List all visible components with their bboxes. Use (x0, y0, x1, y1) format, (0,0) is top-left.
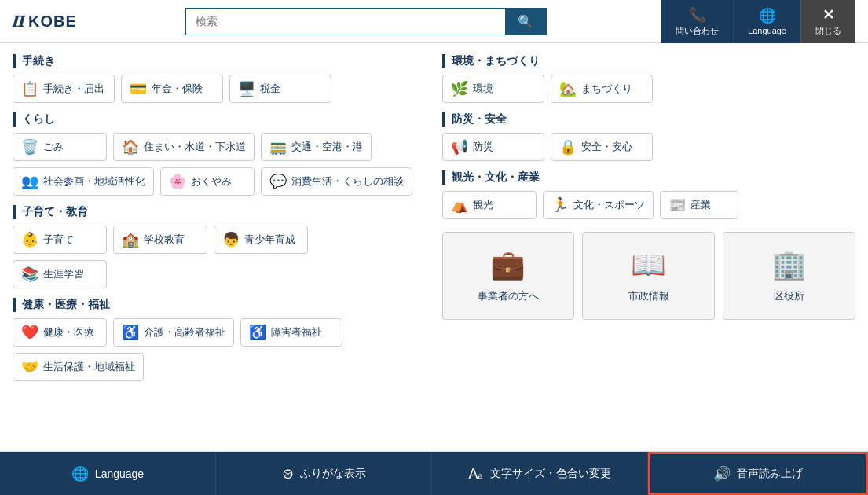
footer-fontsize-label: 文字サイズ・色合い変更 (490, 467, 611, 481)
list-item[interactable]: 👥 社会参画・地域活性化 (13, 167, 154, 196)
list-item[interactable]: 🏫 学校教育 (113, 226, 207, 254)
language-icon: 🌐 (759, 7, 776, 24)
footer-language-label: Language (95, 468, 144, 480)
section-kurashi: くらし 🗑️ ごみ 🏠 住まい・水道・下水道 🚃 交通・空港・港 👥 (13, 112, 427, 196)
list-item[interactable]: 🤝 生活保護・地域福祉 (13, 353, 144, 381)
kotsu-icon: 🚃 (269, 138, 287, 156)
list-item[interactable]: 🚃 交通・空港・港 (261, 133, 372, 161)
list-item[interactable]: 👶 子育て (13, 226, 107, 254)
footer-fontsize-button[interactable]: Aₐ 文字サイズ・色合い変更 (432, 452, 648, 495)
sangyo-label: 産業 (690, 198, 711, 212)
kurashi-row2: 👥 社会参画・地域活性化 🌸 おくやみ 💬 消費生活・くらしの相談 (13, 167, 427, 196)
list-item[interactable]: 🖥️ 税金 (229, 75, 331, 103)
header: 𝜫 KOBE 🔍 📞 問い合わせ 🌐 Language ✕ 閉じる (0, 0, 868, 43)
section-title-tetsuzuki: 手続き (13, 54, 427, 68)
kuyakusho-button[interactable]: 🏢 区役所 (723, 232, 855, 320)
section-title-kosodate: 子育て・教育 (13, 205, 427, 219)
section-title-kankyo: 環境・まちづくり (442, 54, 856, 68)
shogaisha-label: 障害者福祉 (271, 325, 322, 339)
search-button[interactable]: 🔍 (505, 9, 546, 35)
anzen-icon: 🔒 (559, 138, 577, 156)
kosodate-row1: 👶 子育て 🏫 学校教育 👦 青少年育成 (13, 226, 427, 254)
list-item[interactable]: 📚 生涯学習 (13, 260, 107, 288)
shakai-label: 社会参画・地域活性化 (43, 174, 145, 189)
list-item[interactable]: 💬 消費生活・くらしの相談 (261, 167, 412, 196)
list-item[interactable]: ⛺ 観光 (442, 191, 537, 219)
kenko-row1: ❤️ 健康・医療 ♿ 介護・高齢者福祉 ♿ 障害者福祉 (13, 318, 427, 346)
list-item[interactable]: ♿ 介護・高齢者福祉 (113, 318, 234, 346)
footer-audio-button[interactable]: 🔊 音声読み上げ (648, 452, 868, 495)
shohi-label: 消費生活・くらしの相談 (291, 174, 404, 189)
kankyo-icon: 🌿 (451, 80, 468, 97)
seikatsu-icon: 🤝 (21, 358, 38, 376)
shogai-label: 生涯学習 (43, 267, 84, 281)
kankyo-items: 🌿 環境 🏡 まちづくり (442, 75, 856, 103)
shakai-icon: 👥 (21, 173, 38, 190)
close-action[interactable]: ✕ 閉じる (800, 0, 855, 43)
kaigo-label: 介護・高齢者福祉 (144, 325, 225, 339)
jigyosha-label: 事業者の方へ (478, 289, 539, 303)
gakko-icon: 🏫 (122, 231, 139, 248)
footer-furigana-label: ふりがな表示 (300, 467, 366, 481)
footer-audio-icon: 🔊 (713, 465, 731, 482)
list-item[interactable]: 💳 年金・保険 (121, 75, 223, 103)
section-title-bousai: 防災・安全 (442, 112, 856, 126)
section-title-kurashi: くらし (13, 112, 427, 126)
footer-audio-label: 音声読み上げ (737, 467, 803, 481)
machi-icon: 🏡 (559, 80, 577, 97)
list-item[interactable]: 🌸 おくやみ (160, 167, 255, 196)
gakko-label: 学校教育 (144, 233, 185, 247)
list-item[interactable]: ❤️ 健康・医療 (13, 318, 107, 346)
anzen-label: 安全・安心 (581, 140, 632, 154)
list-item[interactable]: 🏡 まちづくり (551, 75, 653, 103)
kurashi-row1: 🗑️ ごみ 🏠 住まい・水道・下水道 🚃 交通・空港・港 (13, 133, 427, 161)
kanko-label: 観光 (473, 198, 493, 212)
list-item[interactable]: 📰 産業 (660, 191, 738, 219)
sangyo-icon: 📰 (668, 196, 686, 214)
list-item[interactable]: ♿ 障害者福祉 (240, 318, 342, 346)
shiseijouho-button[interactable]: 📖 市政情報 (582, 232, 715, 320)
sumai-icon: 🏠 (122, 138, 139, 156)
seishonen-label: 青少年育成 (244, 233, 295, 247)
close-label: 閉じる (815, 25, 841, 37)
footer-language-icon: 🌐 (71, 465, 89, 482)
search-input[interactable] (186, 9, 505, 35)
list-item[interactable]: 🏃 文化・スポーツ (543, 191, 654, 219)
jigyosha-button[interactable]: 💼 事業者の方へ (442, 232, 575, 320)
shiseijouho-label: 市政情報 (628, 289, 669, 303)
jigyosha-icon: 💼 (490, 248, 526, 281)
zekin-label: 税金 (260, 82, 280, 96)
shiseijouho-icon: 📖 (631, 248, 666, 281)
kuyakusho-icon: 🏢 (771, 248, 807, 281)
bousai-label: 防災 (473, 140, 493, 154)
machi-label: まちづくり (581, 82, 632, 96)
footer-furigana-button[interactable]: ⊛ ふりがな表示 (216, 452, 432, 495)
nenkin-icon: 💳 (130, 80, 147, 97)
close-icon: ✕ (822, 6, 834, 24)
language-action[interactable]: 🌐 Language (733, 0, 800, 43)
list-item[interactable]: 🗑️ ごみ (13, 133, 107, 161)
list-item[interactable]: 🏠 住まい・水道・下水道 (113, 133, 255, 161)
kosodate-icon: 👶 (21, 231, 38, 248)
shohi-icon: 💬 (269, 173, 287, 190)
list-item[interactable]: 🔒 安全・安心 (551, 133, 653, 161)
okuyami-label: おくやみ (191, 174, 232, 189)
seikatsu-label: 生活保護・地域福祉 (43, 360, 135, 374)
footer-language-button[interactable]: 🌐 Language (0, 452, 216, 495)
contact-label: 問い合わせ (676, 25, 719, 37)
kaigo-icon: ♿ (122, 324, 139, 341)
list-item[interactable]: 📢 防災 (442, 133, 544, 161)
logo[interactable]: 𝜫 KOBE (13, 13, 107, 31)
section-tetsuzuki: 手続き 📋 手続き・届出 💳 年金・保険 🖥️ 税金 (13, 54, 427, 103)
list-item[interactable]: 👦 青少年育成 (214, 226, 308, 254)
logo-icon: 𝜫 (13, 13, 25, 31)
footer: 🌐 Language ⊛ ふりがな表示 Aₐ 文字サイズ・色合い変更 🔊 音声読… (0, 451, 868, 495)
zekin-icon: 🖥️ (238, 80, 255, 97)
contact-action[interactable]: 📞 問い合わせ (661, 0, 733, 43)
kenko-label: 健康・医療 (43, 325, 94, 339)
nenkin-label: 年金・保険 (152, 82, 203, 96)
large-actions: 💼 事業者の方へ 📖 市政情報 🏢 区役所 (442, 232, 856, 320)
list-item[interactable]: 🌿 環境 (442, 75, 544, 103)
section-kanko: 観光・文化・産業 ⛺ 観光 🏃 文化・スポーツ 📰 産業 (442, 170, 856, 219)
list-item[interactable]: 📋 手続き・届出 (13, 75, 115, 103)
